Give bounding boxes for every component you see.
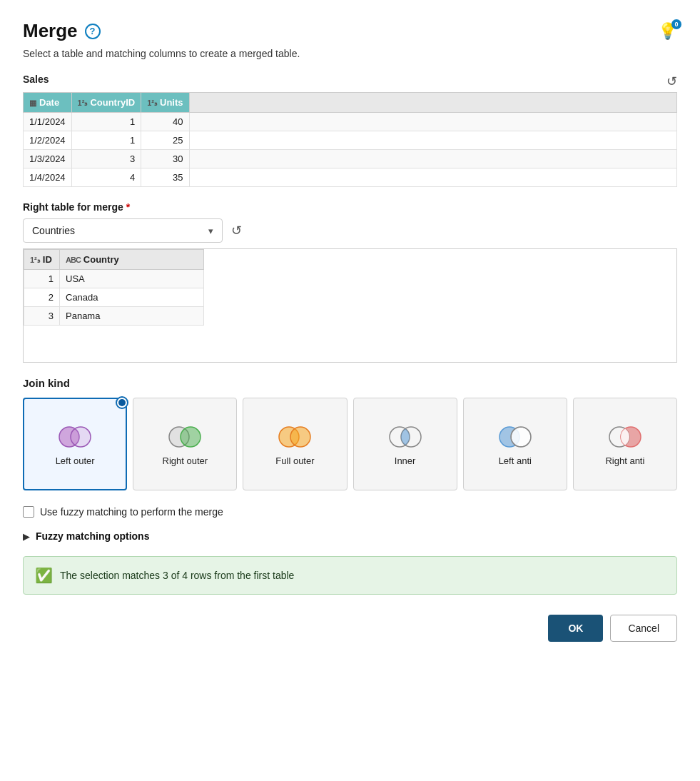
123-icon-id: 1²₃ bbox=[30, 256, 40, 264]
right-table-label: Right table for merge * bbox=[23, 201, 677, 213]
svg-point-1 bbox=[71, 427, 91, 447]
empty-cell bbox=[189, 113, 676, 131]
radio-dot-inner bbox=[118, 399, 126, 406]
right-table-section: Right table for merge * Countries ▾ ↺ 1²… bbox=[23, 201, 677, 363]
date-cell: 1/2/2024 bbox=[24, 131, 72, 150]
countryid-cell: 1 bbox=[71, 113, 141, 131]
units-cell: 25 bbox=[141, 131, 189, 150]
venn-inner bbox=[385, 424, 425, 450]
countryid-cell: 4 bbox=[71, 168, 141, 187]
join-card-label: Left outer bbox=[56, 455, 95, 466]
join-card-left-anti[interactable]: Left anti bbox=[463, 398, 567, 490]
units-cell: 30 bbox=[141, 150, 189, 168]
date-cell: 1/1/2024 bbox=[24, 113, 72, 131]
country-cell: Canada bbox=[60, 288, 204, 307]
fuzzy-label: Use fuzzy matching to perform the merge bbox=[40, 506, 223, 518]
refresh-icon[interactable]: ↺ bbox=[666, 74, 677, 89]
id-cell: 1 bbox=[24, 270, 60, 288]
countryid-cell: 1 bbox=[71, 131, 141, 150]
fuzzy-options-label: Fuzzy matching options bbox=[36, 530, 149, 542]
fuzzy-checkbox[interactable] bbox=[23, 506, 34, 518]
table-row: 1/4/2024 4 35 bbox=[24, 168, 677, 187]
sales-label: Sales bbox=[23, 74, 49, 85]
id-cell: 2 bbox=[24, 288, 60, 307]
list-item: 2 Canada bbox=[24, 288, 204, 307]
sales-col-countryid[interactable]: 1²₃CountryID bbox=[71, 93, 141, 113]
venn-right-anti bbox=[605, 424, 645, 450]
list-item: 3 Panama bbox=[24, 307, 204, 326]
venn-left-anti bbox=[495, 424, 535, 450]
join-card-label: Right anti bbox=[605, 455, 644, 466]
ok-button[interactable]: OK bbox=[548, 615, 603, 642]
date-cell: 1/3/2024 bbox=[24, 150, 72, 168]
join-kind-label: Join kind bbox=[23, 377, 677, 389]
lightbulb-icon[interactable]: 💡0 bbox=[658, 22, 677, 41]
abc-icon-country: ABC bbox=[66, 256, 81, 264]
join-card-right-outer[interactable]: Right outer bbox=[133, 398, 237, 490]
success-message: The selection matches 3 of 4 rows from t… bbox=[60, 570, 294, 581]
dropdown-row: Countries ▾ ↺ bbox=[23, 218, 677, 243]
sales-table: ▦Date 1²₃CountryID 1²₃Units 1/1/2024 1 4… bbox=[23, 92, 677, 187]
join-card-label: Inner bbox=[395, 455, 416, 466]
join-card-label: Left anti bbox=[499, 455, 532, 466]
sales-col-units[interactable]: 1²₃Units bbox=[141, 93, 189, 113]
sales-header-row: Sales ↺ bbox=[23, 74, 677, 89]
empty-cell bbox=[189, 168, 676, 187]
venn-right-outer bbox=[165, 424, 205, 450]
calendar-icon: ▦ bbox=[29, 99, 36, 107]
lightbulb-badge: 0 bbox=[671, 19, 681, 29]
join-card-inner[interactable]: Inner bbox=[353, 398, 457, 490]
venn-left-outer bbox=[55, 424, 95, 450]
join-card-label: Full outer bbox=[275, 455, 314, 466]
country-cell: Panama bbox=[60, 307, 204, 326]
join-card-label: Right outer bbox=[163, 455, 208, 466]
countries-table: 1²₃ID ABCCountry 1 USA 2 Canada 3 bbox=[24, 249, 204, 326]
title-area: Merge ? bbox=[23, 20, 101, 42]
123-icon-countryid: 1²₃ bbox=[78, 99, 88, 107]
units-cell: 35 bbox=[141, 168, 189, 187]
join-card-full-outer[interactable]: Full outer bbox=[243, 398, 347, 490]
right-table-dropdown[interactable]: Countries ▾ bbox=[23, 218, 223, 243]
join-kind-section: Join kind Left outer Right bbox=[23, 377, 677, 490]
page-title: Merge bbox=[23, 20, 78, 42]
success-banner: ✅ The selection matches 3 of 4 rows from… bbox=[23, 556, 677, 595]
empty-cell bbox=[189, 150, 676, 168]
units-cell: 40 bbox=[141, 113, 189, 131]
countries-container: 1²₃ID ABCCountry 1 USA 2 Canada 3 bbox=[23, 248, 677, 363]
id-cell: 3 bbox=[24, 307, 60, 326]
help-icon[interactable]: ? bbox=[85, 24, 101, 39]
join-card-right-anti[interactable]: Right anti bbox=[573, 398, 677, 490]
countries-col-id[interactable]: 1²₃ID bbox=[24, 250, 60, 270]
subtitle: Select a table and matching columns to c… bbox=[23, 48, 677, 59]
required-star: * bbox=[126, 201, 130, 213]
country-cell: USA bbox=[60, 270, 204, 288]
cancel-button[interactable]: Cancel bbox=[610, 615, 677, 642]
svg-point-3 bbox=[181, 427, 201, 447]
sales-col-date[interactable]: ▦Date bbox=[24, 93, 72, 113]
dropdown-value: Countries bbox=[32, 225, 75, 236]
footer-buttons: OK Cancel bbox=[23, 615, 677, 642]
sales-section: Sales ↺ ▦Date 1²₃CountryID 1²₃Units 1/1/… bbox=[23, 74, 677, 187]
empty-cell bbox=[189, 131, 676, 150]
fuzzy-matching-row: Use fuzzy matching to perform the merge bbox=[23, 506, 677, 518]
table-row: 1/3/2024 3 30 bbox=[24, 150, 677, 168]
svg-point-5 bbox=[290, 427, 310, 447]
sales-col-empty bbox=[189, 93, 676, 113]
chevron-down-icon: ▾ bbox=[208, 226, 213, 236]
success-check-icon: ✅ bbox=[35, 567, 53, 584]
venn-full-outer bbox=[275, 424, 315, 450]
table-row: 1/2/2024 1 25 bbox=[24, 131, 677, 150]
123-icon-units: 1²₃ bbox=[147, 99, 157, 107]
join-card-left-outer[interactable]: Left outer bbox=[23, 398, 127, 490]
date-cell: 1/4/2024 bbox=[24, 168, 72, 187]
table-row: 1/1/2024 1 40 bbox=[24, 113, 677, 131]
chevron-right-icon: ▶ bbox=[23, 531, 30, 542]
list-item: 1 USA bbox=[24, 270, 204, 288]
countryid-cell: 3 bbox=[71, 150, 141, 168]
header: Merge ? 💡0 bbox=[23, 20, 677, 42]
fuzzy-options-row[interactable]: ▶ Fuzzy matching options bbox=[23, 530, 677, 542]
join-cards: Left outer Right outer Full outer bbox=[23, 398, 677, 490]
radio-dot bbox=[116, 396, 128, 409]
countries-col-country[interactable]: ABCCountry bbox=[60, 250, 204, 270]
refresh-icon-2[interactable]: ↺ bbox=[231, 223, 242, 238]
